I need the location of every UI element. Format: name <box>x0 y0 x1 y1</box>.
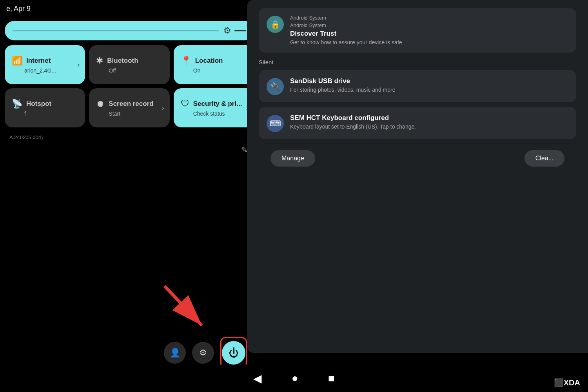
android-system-body: Get to know how to assure your device is… <box>290 39 568 45</box>
nav-bar: ◀ ● ■ <box>0 365 588 392</box>
bottom-icons-row: 👤 ⚙ ⏻ <box>0 337 259 368</box>
date-text: e, Apr 9 <box>6 5 31 13</box>
clear-button[interactable]: Clea... <box>524 150 564 167</box>
notification-section: 🔒 Android System Android System Discover… <box>247 0 588 181</box>
tile-internet-subtitle: arion_2.4G... <box>24 67 78 74</box>
user-icon: 👤 <box>170 348 180 358</box>
settings-icon[interactable]: ⚙ <box>223 25 231 36</box>
android-system-content: Android System Android System Discover T… <box>290 15 568 45</box>
brightness-slider[interactable] <box>13 30 219 31</box>
tile-hotspot-header: 📡 Hotspot <box>12 99 78 109</box>
tiles-grid: 📶 Internet arion_2.4G... › ✱ Bluetooth O… <box>5 45 254 127</box>
tile-bluetooth-header: ✱ Bluetooth <box>96 56 162 66</box>
sandisk-body: For storing photos, videos, music and mo… <box>290 87 568 93</box>
tile-internet-header: 📶 Internet <box>12 56 78 66</box>
tile-hotspot-title: Hotspot <box>26 100 51 108</box>
tile-internet-arrow: › <box>77 61 80 69</box>
brightness-bar[interactable]: ⚙ <box>5 21 254 40</box>
user-icon-btn[interactable]: 👤 <box>164 342 186 364</box>
tile-location-header: 📍 Location <box>181 56 247 66</box>
version-text: A.240205.004) <box>5 131 254 143</box>
svg-line-1 <box>165 286 202 325</box>
tile-screen-record-subtitle: Start <box>109 111 162 117</box>
keyboard-content: SEM HCT Keyboard configured Keyboard lay… <box>290 114 568 130</box>
power-btn-wrapper: ⏻ <box>220 337 247 368</box>
tile-screen-record-title: Screen record <box>109 100 153 108</box>
notification-bottom-bar: Manage Clea... <box>259 144 576 173</box>
keyboard-title: SEM HCT Keyboard configured <box>290 114 568 122</box>
location-icon: 📍 <box>181 56 191 66</box>
power-btn-highlight <box>220 337 247 368</box>
sandisk-icon: 🔌 <box>267 78 284 95</box>
android-system-source: Android System <box>290 15 568 21</box>
tile-hotspot[interactable]: 📡 Hotspot f <box>5 88 85 127</box>
settings-icon-btn[interactable]: ⚙ <box>192 342 214 364</box>
android-system-icon: 🔒 <box>267 16 284 33</box>
sandisk-title: SanDisk USB drive <box>290 77 568 85</box>
xda-logo: ⬛XDA <box>554 378 580 387</box>
tile-screen-record[interactable]: ⏺ Screen record Start › <box>89 88 169 127</box>
tile-location-title: Location <box>195 57 223 65</box>
keyboard-body: Keyboard layout set to English (US). Tap… <box>290 123 568 130</box>
tile-bluetooth-subtitle: Off <box>109 67 162 74</box>
hotspot-icon: 📡 <box>12 99 22 109</box>
right-panel: 🔒 Android System Android System Discover… <box>247 0 588 353</box>
manage-button[interactable]: Manage <box>270 150 315 167</box>
android-system-title: Discover Trust <box>290 30 568 38</box>
red-arrow <box>141 274 220 337</box>
keyboard-icon: ⌨ <box>267 115 284 132</box>
notification-sandisk[interactable]: 🔌 SanDisk USB drive For storing photos, … <box>259 70 576 102</box>
tile-bluetooth-title: Bluetooth <box>107 57 138 65</box>
home-button[interactable]: ● <box>289 369 301 388</box>
recents-button[interactable]: ■ <box>325 369 338 388</box>
wifi-icon: 📶 <box>12 56 22 66</box>
quick-settings-area: ⚙ 📶 Internet arion_2.4G... › ✱ Bluetooth <box>5 21 254 154</box>
android-system-label: Android System <box>290 22 568 28</box>
tile-bluetooth[interactable]: ✱ Bluetooth Off <box>89 45 169 84</box>
notification-android-system[interactable]: 🔒 Android System Android System Discover… <box>259 8 576 53</box>
bluetooth-icon: ✱ <box>96 56 103 66</box>
security-icon: 🛡 <box>181 99 189 109</box>
tile-location[interactable]: 📍 Location On <box>174 45 254 84</box>
tile-internet[interactable]: 📶 Internet arion_2.4G... › <box>5 45 85 84</box>
keyboard-badge-icon: ⌨ <box>270 119 281 128</box>
tile-security-subtitle: Check status <box>193 111 247 117</box>
tile-security-title: Security & pri... <box>193 100 242 108</box>
notification-keyboard[interactable]: ⌨ SEM HCT Keyboard configured Keyboard l… <box>259 107 576 139</box>
silent-label: Silent <box>259 59 576 65</box>
left-panel: e, Apr 9 ⚙ 📶 Internet arion_2.4G... › <box>0 0 259 392</box>
tile-location-subtitle: On <box>193 67 247 74</box>
tile-security[interactable]: 🛡 Security & pri... Check status › <box>174 88 254 127</box>
shield-badge-icon: 🔒 <box>270 20 280 29</box>
tile-hotspot-subtitle: f <box>24 111 78 117</box>
screen-record-icon: ⏺ <box>96 99 105 109</box>
tile-security-header: 🛡 Security & pri... <box>181 99 247 109</box>
tile-screen-record-header: ⏺ Screen record <box>96 99 162 109</box>
date-bar: e, Apr 9 <box>0 0 259 18</box>
usb-icon: 🔌 <box>270 82 280 91</box>
brightness-line <box>234 30 246 31</box>
gear-icon: ⚙ <box>199 348 207 358</box>
xda-text: XDA <box>564 378 580 387</box>
edit-row: ✎ <box>5 145 254 154</box>
tile-screen-record-arrow: › <box>162 104 164 112</box>
back-button[interactable]: ◀ <box>250 369 265 388</box>
sandisk-content: SanDisk USB drive For storing photos, vi… <box>290 77 568 93</box>
tile-internet-title: Internet <box>26 57 51 65</box>
